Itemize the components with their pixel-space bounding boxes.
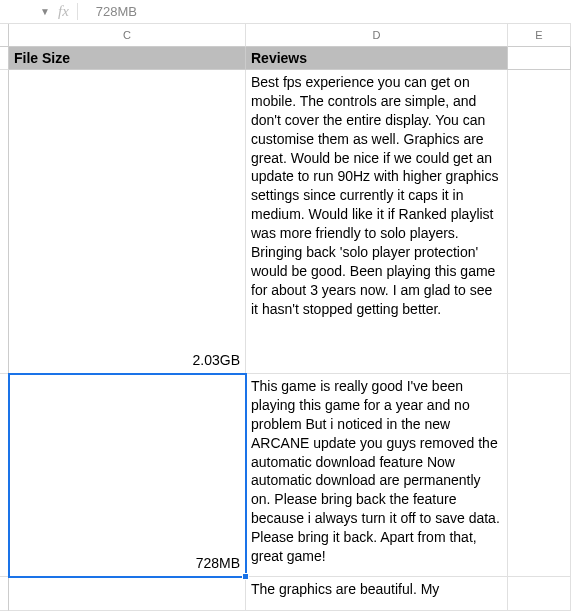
cell-empty[interactable] — [508, 577, 571, 611]
column-header-e[interactable]: E — [508, 24, 571, 47]
cell-review[interactable]: Best fps experience you can get on mobil… — [246, 70, 508, 374]
fx-label: fx — [50, 3, 78, 20]
formula-bar-value[interactable]: 728MB — [96, 4, 137, 19]
select-all-corner[interactable] — [0, 24, 9, 47]
cell-review[interactable]: This game is really good I've been playi… — [246, 374, 508, 577]
formula-bar[interactable]: ▼ fx 728MB — [0, 0, 571, 24]
cell-value: 728MB — [196, 554, 240, 573]
cell-empty[interactable] — [508, 70, 571, 374]
row-header[interactable] — [0, 374, 9, 577]
column-header-c[interactable]: C — [9, 24, 246, 47]
header-reviews[interactable]: Reviews — [246, 47, 508, 70]
spreadsheet-grid[interactable]: C D E File Size Reviews 2.03GB Best fps … — [0, 24, 571, 611]
header-file-size[interactable]: File Size — [9, 47, 246, 70]
cell-file-size[interactable] — [9, 577, 246, 611]
cell-file-size[interactable]: 2.03GB — [9, 70, 246, 374]
cell-empty[interactable] — [508, 374, 571, 577]
cell-file-size-selected[interactable]: 728MB — [9, 374, 246, 577]
selection-handle[interactable] — [242, 573, 249, 580]
column-header-d[interactable]: D — [246, 24, 508, 47]
cell-review[interactable]: The graphics are beautiful. My — [246, 577, 508, 611]
cell-e-header[interactable] — [508, 47, 571, 70]
name-box-dropdown-icon[interactable]: ▼ — [40, 6, 50, 17]
row-header[interactable] — [0, 47, 9, 70]
row-header[interactable] — [0, 577, 9, 611]
row-header[interactable] — [0, 70, 9, 374]
